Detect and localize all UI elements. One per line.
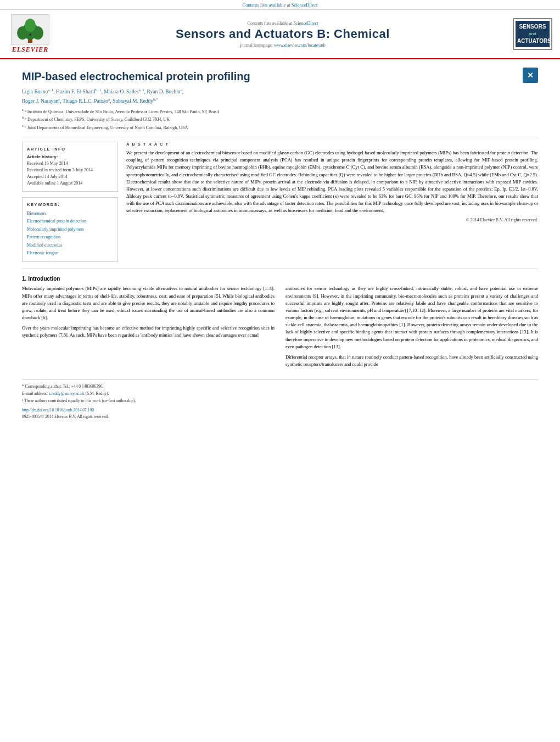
keyword-mips: Molecularly imprinted polymers: [27, 226, 113, 233]
sciencedirect-note: Contents lists available at ScienceDirec…: [243, 2, 318, 8]
journal-homepage: journal homepage: www.elsevier.com/locat…: [60, 43, 505, 48]
keywords-heading: Keywords:: [27, 202, 113, 207]
keyword-modified: Modified electrodes: [27, 242, 113, 249]
top-bar: Contents lists available at ScienceDirec…: [0, 0, 560, 10]
author-ligia: Lígia Buenoa, 1,: [22, 89, 56, 94]
footnotes: * Corresponding author. Tel.: +44 0 1483…: [22, 380, 538, 421]
intro-heading: 1. Introduction: [22, 276, 538, 282]
sensors-text: SENSORS: [517, 23, 548, 31]
svg-point-5: [29, 34, 31, 36]
sciencedirect-link[interactable]: ScienceDirect: [292, 2, 318, 8]
article-info-box: ARTICLE INFO Article history: Received 1…: [22, 142, 118, 192]
intro-left-col: Molecularly imprinted polymers (MIPs) ar…: [22, 285, 275, 371]
keywords-box: Keywords: Biosensors Electrochemical pro…: [22, 197, 118, 262]
intro-right-col: antibodies for sensor technology as they…: [285, 285, 538, 371]
intro-para-right-2: Differential receptor arrays, that in na…: [285, 354, 538, 368]
journal-title: Sensors and Actuators B: Chemical: [60, 27, 505, 41]
abstract-section: A B S T R A C T We present the developme…: [126, 142, 538, 262]
journal-homepage-link[interactable]: www.elsevier.com/locate/snb: [274, 43, 326, 48]
intro-para-2: Over the years molecular imprinting has …: [22, 325, 275, 339]
sa-logo-inner: SENSORS and ACTUATORS: [516, 21, 550, 47]
intro-para-right-1: antibodies for sensor technology as they…: [285, 285, 538, 350]
elsevier-tree-image: [11, 14, 49, 44]
affiliation-c: c ᶜ Joint Departments of Biomedical Engi…: [22, 124, 538, 131]
email-link[interactable]: s.reddy@surrey.ac.uk: [49, 391, 85, 396]
doi-line: http://dx.doi.org/10.1016/j.snb.2014.07.…: [22, 407, 538, 414]
article-info-abstract-section: ARTICLE INFO Article history: Received 1…: [22, 137, 538, 262]
journal-logo-right: SENSORS and ACTUATORS: [511, 18, 555, 49]
main-content: MIP-based electrochemical protein profil…: [0, 59, 560, 429]
author-roger: Roger J. Narayanc,: [22, 98, 63, 104]
author-thiago: Thiago R.L.C. Paixãoa,: [63, 98, 113, 104]
keyword-electrochemical: Electrochemical protein detection: [27, 217, 113, 225]
received-revised-date: Received in revised form 3 July 2014: [27, 167, 113, 174]
email-line: E-mail address: s.reddy@surrey.ac.uk (S.…: [22, 390, 538, 398]
actuators-text: ACTUATORS: [517, 37, 548, 45]
contents-available: Contents lists available at ScienceDirec…: [60, 21, 505, 26]
issn-line: 0925-4005/© 2014 Elsevier B.V. All right…: [22, 414, 538, 421]
accepted-date: Accepted 14 July 2014: [27, 174, 113, 180]
intro-body: Molecularly imprinted polymers (MIPs) ar…: [22, 285, 538, 371]
left-column: ARTICLE INFO Article history: Received 1…: [22, 142, 118, 262]
author-maiara: Maiara O. Sallesa, 1,: [104, 89, 147, 94]
affiliation-a: a ᵃ Instituto de Química, Universidade d…: [22, 108, 538, 115]
article-info-heading: ARTICLE INFO: [27, 147, 113, 152]
and-text: and: [517, 31, 548, 37]
available-online-date: Available online 1 August 2014: [27, 180, 113, 187]
author-ryan: Ryan D. Boehmc,: [147, 89, 184, 94]
sensors-actuators-logo: SENSORS and ACTUATORS: [513, 18, 552, 49]
svg-point-4: [25, 19, 36, 32]
abstract-text: We present the development of an electro…: [126, 149, 538, 215]
article-history-heading: Article history:: [27, 154, 113, 159]
corresponding-author: * Corresponding author. Tel.: +44 0 1483…: [22, 383, 538, 390]
keyword-biosensors: Biosensors: [27, 210, 113, 217]
affiliation-b: b ᵇ Department of Chemistry, FEPS, Unive…: [22, 115, 538, 123]
coauthor-note: ¹ These authors contributed equally to t…: [22, 398, 538, 405]
abstract-heading: A B S T R A C T: [126, 142, 538, 147]
title-row: MIP-based electrochemical protein profil…: [22, 68, 538, 87]
keyword-electronic: Electronic tongue: [27, 249, 113, 257]
keyword-pattern: Pattern recognition: [27, 233, 113, 241]
intro-para-1: Molecularly imprinted polymers (MIPs) ar…: [22, 285, 275, 321]
affiliations: a ᵃ Instituto de Química, Universidade d…: [22, 108, 538, 131]
crossmark-button[interactable]: ✕: [523, 68, 538, 83]
elsevier-logo: ELSEVIER: [5, 14, 55, 54]
sciencedirect-center-link[interactable]: ScienceDirect: [294, 21, 318, 26]
journal-center: Contents lists available at ScienceDirec…: [60, 21, 505, 48]
elsevier-wordmark: ELSEVIER: [12, 46, 49, 54]
author-subrayal: Subrayal M. Reddyb,*: [113, 98, 158, 104]
author-hazim: Hazim F. El-Sharifb, 1,: [56, 89, 104, 94]
section-divider: [22, 269, 538, 269]
copyright-line: © 2014 Elsevier B.V. All rights reserved…: [126, 217, 538, 222]
keywords-list: Biosensors Electrochemical protein detec…: [27, 210, 113, 257]
received-date: Received 16 May 2014: [27, 160, 113, 167]
doi-link[interactable]: http://dx.doi.org/10.1016/j.snb.2014.07.…: [22, 408, 94, 412]
authors-line: Lígia Buenoa, 1, Hazim F. El-Sharifb, 1,…: [22, 87, 538, 105]
journal-header: ELSEVIER Contents lists available at Sci…: [0, 10, 560, 59]
article-title: MIP-based electrochemical protein profil…: [22, 70, 250, 83]
